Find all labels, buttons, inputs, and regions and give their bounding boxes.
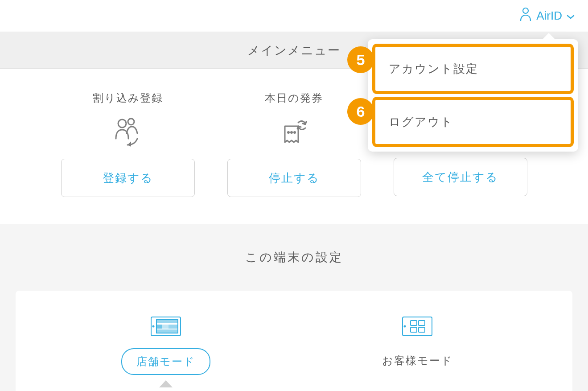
svg-rect-21 (411, 327, 417, 332)
action-card-today-ticket: 本日の発券 停止する (220, 91, 368, 197)
svg-point-0 (523, 8, 528, 13)
mode-card-store: 店舗モード (121, 315, 210, 389)
svg-point-4 (291, 132, 292, 133)
dropdown-pointer-icon (542, 33, 556, 40)
register-button[interactable]: 登録する (61, 159, 195, 197)
header: AirID (0, 0, 588, 32)
svg-rect-19 (411, 321, 417, 325)
svg-rect-12 (156, 320, 178, 323)
svg-point-5 (294, 132, 295, 133)
dropdown-logout[interactable]: ログアウト (372, 97, 574, 147)
customer-mode-icon (401, 315, 434, 339)
store-mode-icon (149, 315, 182, 339)
svg-rect-22 (419, 327, 425, 332)
people-sync-icon (112, 114, 144, 150)
svg-point-2 (128, 119, 134, 125)
card-title: 本日の発券 (265, 91, 323, 105)
svg-point-18 (404, 326, 406, 327)
svg-rect-13 (156, 325, 162, 328)
user-menu[interactable]: AirID (519, 7, 575, 25)
settings-title: この端末の設定 (245, 249, 343, 265)
store-mode-button[interactable]: 店舗モード (121, 348, 210, 375)
mode-section: 店舗モード お客様モード (16, 291, 572, 391)
card-title: 割り込み登録 (93, 91, 163, 105)
callout-badge-5: 5 (347, 46, 374, 73)
svg-rect-16 (156, 330, 178, 333)
svg-rect-14 (163, 325, 168, 328)
svg-rect-15 (169, 325, 178, 328)
settings-title-bar: この端末の設定 (0, 224, 588, 291)
user-dropdown: アカウント設定 ログアウト (368, 39, 578, 152)
dropdown-account-settings[interactable]: アカウント設定 (372, 44, 574, 94)
customer-mode-button[interactable]: お客様モード (368, 348, 467, 373)
svg-point-10 (152, 326, 154, 327)
stop-all-button[interactable]: 全て停止する (394, 158, 527, 196)
selected-pointer-icon (159, 380, 173, 389)
chevron-down-icon (567, 9, 575, 23)
action-card-interrupt-register: 割り込み登録 登録する (53, 91, 202, 197)
mode-card-customer: お客様モード (368, 315, 467, 389)
svg-rect-20 (419, 321, 425, 325)
user-icon (519, 7, 532, 25)
svg-rect-17 (403, 317, 432, 336)
page-title: メインメニュー (247, 42, 341, 58)
svg-point-1 (118, 119, 126, 128)
stop-button[interactable]: 停止する (227, 159, 361, 197)
user-label: AirID (536, 9, 562, 23)
callout-badge-6: 6 (347, 98, 374, 125)
receipt-refresh-icon (279, 114, 310, 150)
svg-point-3 (288, 132, 289, 133)
